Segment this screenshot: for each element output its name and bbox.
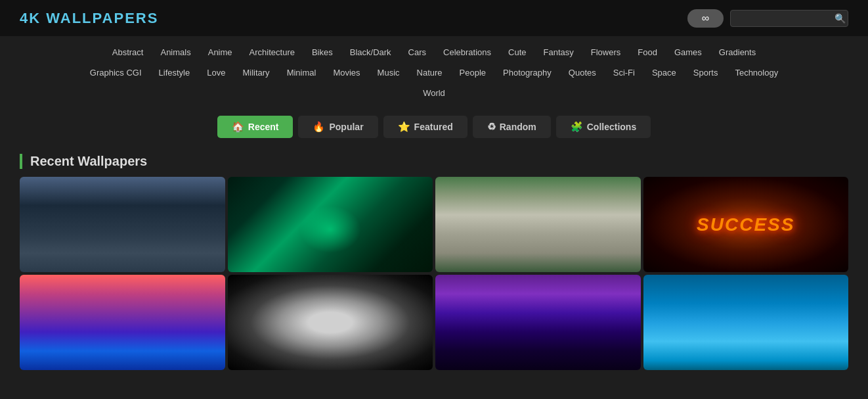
- filter-tab-random[interactable]: ♻Random: [473, 116, 551, 138]
- section-title: Recent Wallpapers: [20, 154, 147, 169]
- category-item[interactable]: Food: [630, 44, 664, 60]
- collections-icon: 🧩: [571, 121, 583, 133]
- category-item[interactable]: Flowers: [584, 44, 628, 60]
- random-icon: ♻: [487, 121, 496, 133]
- category-item[interactable]: Photography: [496, 64, 559, 81]
- category-row-2: Graphics CGILifestyleLoveMilitaryMinimal…: [13, 64, 855, 81]
- wallpaper-card[interactable]: SUCCESS: [643, 177, 849, 272]
- category-item[interactable]: Technology: [727, 64, 785, 81]
- category-item[interactable]: Graphics CGI: [83, 64, 149, 81]
- site-logo[interactable]: 4K WALLPAPERS: [20, 10, 158, 27]
- wallpaper-card[interactable]: [228, 177, 433, 272]
- header-right: ∞ 🔍: [687, 9, 848, 28]
- infinity-icon: ∞: [702, 12, 709, 24]
- recent-icon: 🏠: [232, 121, 244, 133]
- wallpaper-card[interactable]: [435, 177, 641, 272]
- wallpaper-card[interactable]: [435, 275, 641, 370]
- category-item[interactable]: Gradients: [712, 44, 763, 60]
- search-button[interactable]: 🔍: [835, 13, 846, 24]
- featured-icon: ⭐: [398, 121, 410, 133]
- category-item[interactable]: Sports: [686, 64, 726, 81]
- category-item[interactable]: Love: [200, 64, 232, 81]
- category-item[interactable]: Bikes: [305, 44, 340, 60]
- category-item[interactable]: Animals: [153, 44, 198, 60]
- filter-tab-collections[interactable]: 🧩Collections: [556, 116, 651, 138]
- category-item[interactable]: Movies: [326, 64, 367, 81]
- popular-icon: 🔥: [313, 121, 325, 133]
- recent-label: Recent: [248, 122, 279, 132]
- filter-tabs: 🏠Recent🔥Popular⭐Featured♻Random🧩Collecti…: [0, 108, 868, 149]
- category-nav: AbstractAnimalsAnimeArchitectureBikesBla…: [0, 36, 868, 108]
- category-row-3: World: [13, 85, 855, 101]
- wallpaper-grid: SUCCESS: [0, 177, 868, 383]
- category-item[interactable]: Minimal: [280, 64, 324, 81]
- category-item[interactable]: Music: [370, 64, 407, 81]
- popular-label: Popular: [329, 122, 363, 132]
- category-item[interactable]: Quotes: [561, 64, 603, 81]
- category-item[interactable]: Celebrations: [436, 44, 498, 60]
- category-item[interactable]: Anime: [201, 44, 240, 60]
- category-item[interactable]: Sci-Fi: [606, 64, 642, 81]
- featured-label: Featured: [414, 122, 453, 132]
- section-title-wrap: Recent Wallpapers: [0, 149, 868, 177]
- search-icon: 🔍: [835, 13, 846, 24]
- header: 4K WALLPAPERS ∞ 🔍: [0, 0, 868, 36]
- category-item[interactable]: Games: [667, 44, 709, 60]
- category-item[interactable]: World: [416, 85, 452, 101]
- search-input[interactable]: [736, 13, 835, 23]
- category-item[interactable]: Architecture: [242, 44, 302, 60]
- category-row-1: AbstractAnimalsAnimeArchitectureBikesBla…: [13, 44, 855, 60]
- category-item[interactable]: Abstract: [105, 44, 151, 60]
- cave-glow: [299, 206, 361, 254]
- success-text: SUCCESS: [697, 214, 794, 235]
- category-item[interactable]: Nature: [410, 64, 450, 81]
- wallpaper-overlay: SUCCESS: [643, 177, 849, 272]
- collections-label: Collections: [587, 122, 636, 132]
- category-item[interactable]: Cars: [401, 44, 433, 60]
- category-item[interactable]: Black/Dark: [343, 44, 399, 60]
- category-item[interactable]: People: [452, 64, 493, 81]
- wallpaper-card[interactable]: [20, 275, 225, 370]
- category-item[interactable]: Cute: [501, 44, 533, 60]
- wallpaper-card[interactable]: [643, 275, 849, 370]
- category-item[interactable]: Space: [645, 64, 684, 81]
- filter-tab-featured[interactable]: ⭐Featured: [383, 116, 467, 138]
- infinity-button[interactable]: ∞: [687, 9, 724, 28]
- wallpaper-card[interactable]: [20, 177, 225, 272]
- category-item[interactable]: Lifestyle: [152, 64, 198, 81]
- random-label: Random: [500, 122, 536, 132]
- filter-tab-popular[interactable]: 🔥Popular: [298, 116, 378, 138]
- category-item[interactable]: Fantasy: [536, 44, 581, 60]
- search-container: 🔍: [730, 10, 848, 27]
- category-item[interactable]: Military: [235, 64, 276, 81]
- filter-tab-recent[interactable]: 🏠Recent: [217, 116, 293, 138]
- wallpaper-card[interactable]: [228, 275, 433, 370]
